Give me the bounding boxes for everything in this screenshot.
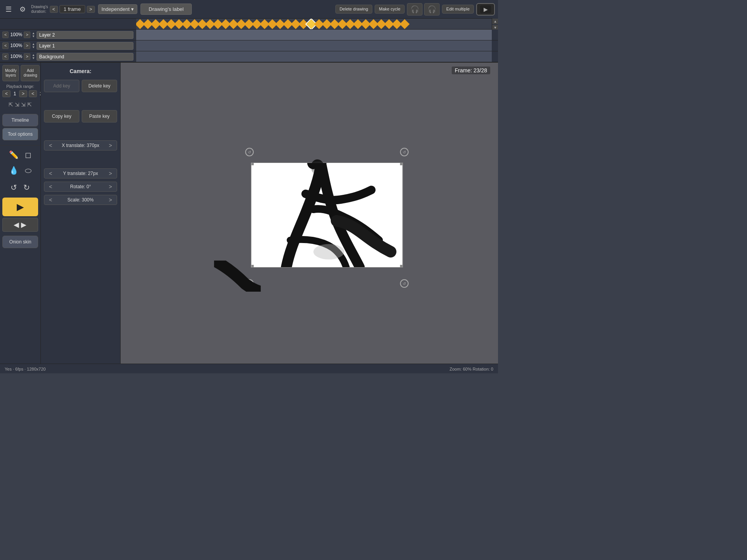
edit-multiple-btn[interactable]: Edit multiple (442, 5, 474, 14)
make-cycle-label: Make cycle (379, 7, 400, 12)
bottom-stroke-svg (214, 261, 261, 292)
drawings-label-btn[interactable]: Drawing's label (140, 4, 192, 15)
expand-left-icon[interactable]: ⇱ (9, 102, 13, 108)
brush-tool-btn[interactable]: ✏️ (7, 149, 20, 161)
layer1-pct-prev[interactable]: < (2, 42, 9, 49)
rotate-handle-br[interactable]: ↺ (400, 279, 409, 288)
playback-range: Playback range: < 1 > < 28 > (2, 83, 38, 99)
add-key-btn[interactable]: Add key (44, 80, 79, 92)
hamburger-icon[interactable]: ☰ (3, 4, 14, 15)
playback-start-prev[interactable]: < (2, 90, 11, 97)
collapse-right-icon[interactable]: ⇱ (27, 102, 32, 108)
layer1-down-arrow[interactable]: ▼ (32, 46, 35, 49)
layer2-controls: < 100% > ▲ ▼ Layer 2 (0, 31, 136, 39)
background-updown[interactable]: ▲ ▼ (32, 54, 35, 60)
modify-layers-btn[interactable]: Modify layers (2, 65, 19, 81)
layer2-timeline[interactable] (136, 30, 492, 40)
svg-point-0 (313, 244, 344, 259)
duration-next-btn[interactable]: > (87, 6, 95, 13)
layer2-pct-next[interactable]: > (24, 32, 30, 38)
playback-start-next[interactable]: > (19, 90, 27, 97)
copy-key-btn[interactable]: Copy key (44, 110, 79, 122)
make-cycle-btn[interactable]: Make cycle (375, 5, 405, 14)
timeline-scroll[interactable]: ▲ ▼ (492, 18, 498, 30)
scale-prev[interactable]: < (47, 197, 54, 203)
layer2-updown[interactable]: ▲ ▼ (32, 32, 35, 38)
layer-row-layer1: < 100% > ▲ ▼ Layer 1 (0, 40, 498, 51)
gear-icon[interactable]: ⚙ (17, 4, 28, 15)
camera-label: Camera: (44, 66, 117, 77)
onion-skin-btn[interactable]: Onion skin (2, 236, 38, 248)
playback-end-prev[interactable]: < (29, 90, 37, 97)
y-translate-next[interactable]: > (107, 170, 114, 177)
x-translate-control: < X translate: 370px > (44, 140, 117, 150)
independent-select[interactable]: Independent ▾ (98, 4, 137, 14)
fill-tool-btn[interactable]: 💧 (7, 164, 20, 177)
delete-drawing-btn[interactable]: Delete drawing (335, 5, 372, 14)
layers-area: < 100% > ▲ ▼ Layer 2 < 100% > ▲ ▼ Laye (0, 30, 498, 63)
independent-label: Independent (102, 6, 130, 12)
x-translate-prev[interactable]: < (47, 142, 54, 149)
scale-next[interactable]: > (107, 197, 114, 203)
status-right: Zoom: 60% Rotation: 0 (449, 367, 493, 371)
background-pct: < 100% > (2, 53, 30, 60)
expand-icons: ⇱ ⇲ ⇲ ⇱ (2, 101, 38, 108)
y-translate-control: < Y translate: 27px > (44, 168, 117, 178)
spacer1 (44, 95, 117, 107)
background-name[interactable]: Background (37, 53, 133, 61)
layer1-name[interactable]: Layer 1 (37, 42, 133, 50)
expand-right-icon[interactable]: ⇲ (15, 102, 19, 108)
left-sidebar: Modify layers Add drawing Playback range… (0, 63, 41, 364)
rotate-next[interactable]: > (107, 184, 114, 190)
rotate-handle-tr[interactable]: ↺ (400, 148, 409, 156)
play-controls: ▶ ◀ ▶ (0, 195, 40, 234)
timeline-spacer (0, 19, 136, 29)
layer1-pct-next[interactable]: > (24, 42, 30, 49)
x-translate-label: X translate: 370px (54, 143, 107, 148)
layer2-name[interactable]: Layer 2 (37, 31, 133, 39)
copy-paste-row: Copy key Paste key (44, 110, 117, 122)
layer-row-layer2: < 100% > ▲ ▼ Layer 2 (0, 30, 498, 40)
rotate-control: < Rotate: 0° > (44, 182, 117, 192)
timeline-row: ▲ ▼ (0, 19, 498, 30)
headphone-left-btn[interactable]: 🎧 (407, 3, 423, 16)
top-right-actions: Delete drawing Make cycle 🎧 🎧 Edit multi… (335, 3, 495, 16)
redo-btn[interactable]: ↻ (22, 181, 32, 194)
layer2-down-arrow[interactable]: ▼ (32, 35, 35, 38)
layer1-updown[interactable]: ▲ ▼ (32, 43, 35, 49)
record-btn[interactable]: ▶ (476, 3, 495, 16)
layer-row-background: < 100% > ▲ ▼ Background (0, 51, 498, 62)
timeline-scroll-up[interactable]: ▲ (492, 19, 498, 24)
timeline-tab[interactable]: Timeline (2, 114, 38, 126)
undo-btn[interactable]: ↺ (9, 181, 19, 194)
eraser-tool-btn[interactable]: ◻ (23, 149, 33, 161)
center-panel: Camera: Add key Delete key Copy key Past… (41, 63, 121, 364)
layer1-timeline[interactable] (136, 40, 492, 51)
diamond-34[interactable] (400, 19, 409, 29)
add-drawing-btn[interactable]: Add drawing (21, 65, 40, 81)
collapse-left-icon[interactable]: ⇲ (21, 102, 26, 108)
delete-key-btn[interactable]: Delete key (82, 80, 117, 92)
tool-options-tab[interactable]: Tool options (2, 128, 38, 140)
layer2-pct-prev[interactable]: < (2, 32, 9, 38)
background-pct-next[interactable]: > (24, 53, 30, 60)
background-timeline[interactable] (136, 51, 492, 62)
drawing-duration: Drawing'sduration: < 1 frame > (31, 5, 95, 14)
paste-key-btn[interactable]: Paste key (82, 110, 117, 122)
rotate-handle-tl[interactable]: ↺ (245, 148, 254, 156)
speed-btn[interactable]: ◀ ▶ (2, 218, 38, 232)
top-bar: ☰ ⚙ Drawing'sduration: < 1 frame > Indep… (0, 0, 498, 19)
rotate-prev[interactable]: < (47, 184, 54, 190)
duration-prev-btn[interactable]: < (50, 6, 58, 13)
delete-drawing-label: Delete drawing (340, 7, 368, 12)
status-left: Yes · 6fps · 1280x720 (5, 367, 46, 371)
lasso-tool-btn[interactable]: ⬭ (23, 164, 33, 177)
headphone-right-btn[interactable]: 🎧 (424, 3, 440, 16)
x-translate-next[interactable]: > (107, 142, 114, 149)
y-translate-prev[interactable]: < (47, 170, 54, 177)
background-pct-prev[interactable]: < (2, 53, 9, 60)
frame-label: Frame: 23/28 (452, 66, 490, 74)
background-down-arrow[interactable]: ▼ (32, 57, 35, 60)
timeline-diamonds (136, 19, 492, 29)
play-btn[interactable]: ▶ (2, 198, 38, 216)
